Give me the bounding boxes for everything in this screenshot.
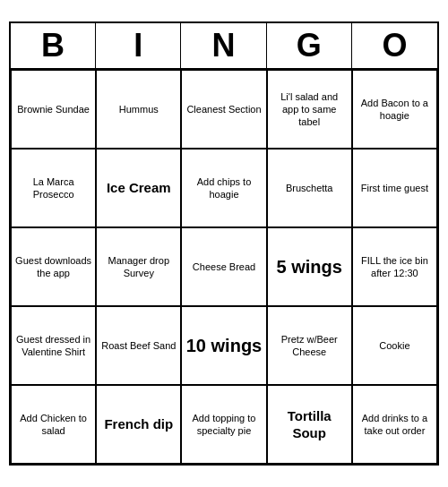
bingo-cell-20: Add Chicken to salad [11,385,96,464]
bingo-cell-19: Cookie [352,306,437,385]
bingo-cell-8: Bruschetta [267,149,352,227]
bingo-card: BINGO Brownie SundaeHummusCleanest Secti… [9,21,439,466]
bingo-cell-21: French dip [96,385,181,464]
bingo-letter-o: O [352,23,437,68]
bingo-cell-10: Guest downloads the app [11,227,96,306]
bingo-cell-24: Add drinks to a take out order [352,385,437,464]
bingo-cell-18: Pretz w/Beer Cheese [267,306,352,385]
bingo-cell-23: Tortilla Soup [267,385,352,464]
bingo-cell-16: Roast Beef Sand [96,306,181,385]
bingo-cell-6: Ice Cream [96,149,181,227]
bingo-letter-g: G [267,23,352,68]
bingo-cell-15: Guest dressed in Valentine Shirt [11,306,96,385]
bingo-cell-12: Cheese Bread [181,227,266,306]
bingo-letter-i: I [96,23,181,68]
bingo-cell-4: Add Bacon to a hoagie [352,70,437,149]
bingo-cell-17: 10 wings [181,306,266,385]
bingo-cell-3: Li'l salad and app to same tabel [267,70,352,149]
bingo-cell-0: Brownie Sundae [11,70,96,149]
bingo-cell-22: Add topping to specialty pie [181,385,266,464]
bingo-cell-5: La Marca Prosecco [11,149,96,227]
bingo-cell-13: 5 wings [267,227,352,306]
bingo-cell-1: Hummus [96,70,181,149]
bingo-letter-b: B [11,23,96,68]
bingo-header: BINGO [11,23,437,70]
bingo-cell-9: First time guest [352,149,437,227]
bingo-cell-2: Cleanest Section [181,70,266,149]
bingo-cell-7: Add chips to hoagie [181,149,266,227]
bingo-grid: Brownie SundaeHummusCleanest SectionLi'l… [11,70,437,464]
bingo-cell-11: Manager drop Survey [96,227,181,306]
bingo-cell-14: FILL the ice bin after 12:30 [352,227,437,306]
bingo-letter-n: N [181,23,266,68]
